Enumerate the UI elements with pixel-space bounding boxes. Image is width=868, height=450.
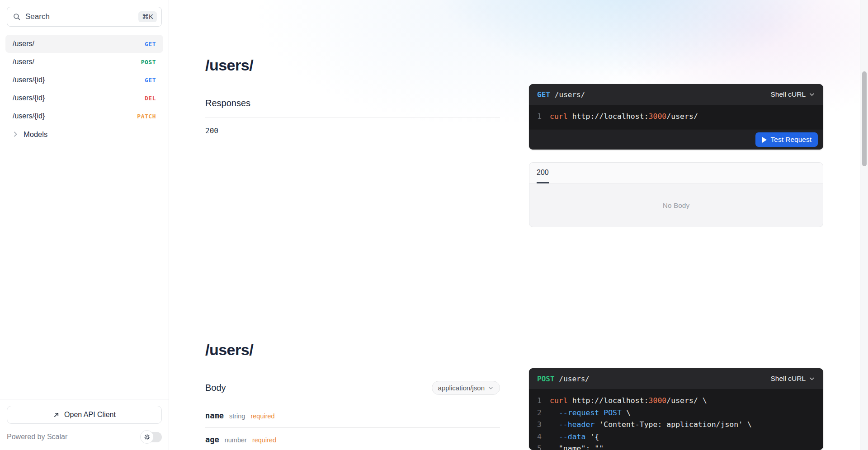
path-label: /users/ xyxy=(559,375,590,383)
models-label: Models xyxy=(24,130,47,139)
method-badge: PATCH xyxy=(137,113,156,120)
open-api-client-button[interactable]: Open API Client xyxy=(7,406,162,424)
endpoint-path: /users/{id} xyxy=(13,112,45,120)
search-shortcut-badge: ⌘K xyxy=(138,11,157,22)
response-code-200: 200 xyxy=(205,127,218,135)
code-line: 1curl http://localhost:3000/users/ xyxy=(537,111,815,123)
section-divider xyxy=(180,284,850,284)
code-snippet[interactable]: 1curl http://localhost:3000/users/ xyxy=(529,105,823,130)
code-line: 3 --header 'Content-Type: application/js… xyxy=(537,419,815,431)
method-badge: DEL xyxy=(145,95,156,102)
response-empty-text: No Body xyxy=(529,184,823,227)
vertical-scrollbar[interactable] xyxy=(860,0,868,450)
body-heading: Body xyxy=(205,383,226,393)
chevron-down-icon xyxy=(809,375,815,382)
language-selector[interactable]: Shell cURL xyxy=(770,375,815,383)
sidebar: Search ⌘K /users/ GET /users/ POST /user… xyxy=(0,0,169,450)
get-example-card: GET /users/ Shell cURL 1curl http://loca… xyxy=(529,84,823,150)
responses-heading: Responses xyxy=(205,98,250,108)
search-placeholder: Search xyxy=(25,12,50,21)
path-label: /users/ xyxy=(555,90,585,99)
divider xyxy=(205,405,500,405)
external-arrow-icon xyxy=(53,412,60,418)
main-content: /users/ Responses 200 GET /users/ Shell … xyxy=(169,0,868,450)
content-type-label: application/json xyxy=(438,384,485,392)
tab-200[interactable]: 200 xyxy=(537,163,549,183)
field-name-label: age xyxy=(205,435,219,444)
method-badge: POST xyxy=(141,59,156,66)
theme-toggle[interactable] xyxy=(140,430,162,444)
code-line: 2 --request POST \ xyxy=(537,407,815,419)
play-icon xyxy=(762,137,767,143)
field-required-label: required xyxy=(252,436,276,444)
method-label: GET xyxy=(537,90,550,99)
language-label: Shell cURL xyxy=(770,375,806,383)
powered-by-scalar-link[interactable]: Powered by Scalar xyxy=(7,433,67,441)
post-example-header: POST /users/ Shell cURL xyxy=(529,368,823,389)
field-type-label: string xyxy=(229,412,245,420)
search-input[interactable]: Search ⌘K xyxy=(7,7,162,27)
endpoint-path: /users/ xyxy=(13,58,34,66)
sidebar-item-users-post[interactable]: /users/ POST xyxy=(5,53,163,71)
response-tabs: 200 xyxy=(529,163,823,184)
method-label: POST xyxy=(537,375,555,383)
language-label: Shell cURL xyxy=(770,90,806,98)
language-selector[interactable]: Shell cURL xyxy=(770,90,815,98)
post-example-card: POST /users/ Shell cURL 1curl http://loc… xyxy=(529,368,823,450)
field-required-label: required xyxy=(250,412,274,420)
endpoint-path: /users/{id} xyxy=(13,94,45,102)
sidebar-item-users-id-patch[interactable]: /users/{id} PATCH xyxy=(5,107,163,125)
content-type-selector[interactable]: application/json xyxy=(432,381,500,395)
schema-field-age: age number required xyxy=(205,435,500,444)
scrollbar-thumb[interactable] xyxy=(862,71,867,166)
sun-icon xyxy=(140,430,154,444)
method-badge: GET xyxy=(145,77,156,84)
endpoint-list: /users/ GET /users/ POST /users/{id} GET… xyxy=(0,27,169,143)
get-example-footer: Test Request xyxy=(529,130,823,150)
chevron-right-icon xyxy=(12,131,19,138)
test-request-label: Test Request xyxy=(771,136,811,144)
divider xyxy=(205,427,500,428)
open-api-client-label: Open API Client xyxy=(64,411,116,419)
endpoint-path: /users/{id} xyxy=(13,76,45,84)
page-title-post-users: /users/ xyxy=(205,341,253,359)
chevron-down-icon xyxy=(809,91,815,98)
page-title-get-users: /users/ xyxy=(205,56,253,74)
response-panel: 200 No Body xyxy=(529,162,823,227)
sidebar-footer: Open API Client xyxy=(0,399,169,424)
code-line: 4 --data '{ xyxy=(537,431,815,443)
method-badge: GET xyxy=(145,41,156,47)
chevron-down-icon xyxy=(488,385,494,391)
sidebar-item-users-id-get[interactable]: /users/{id} GET xyxy=(5,71,163,89)
field-type-label: number xyxy=(225,436,247,444)
sidebar-item-users-get[interactable]: /users/ GET xyxy=(5,35,163,53)
field-name-label: name xyxy=(205,411,224,420)
code-line: 5 "name": "" xyxy=(537,443,815,450)
divider xyxy=(205,117,500,117)
get-example-header: GET /users/ Shell cURL xyxy=(529,84,823,105)
endpoint-path: /users/ xyxy=(13,40,34,48)
sidebar-item-users-id-del[interactable]: /users/{id} DEL xyxy=(5,89,163,107)
code-line: 1curl http://localhost:3000/users/ \ xyxy=(537,395,815,407)
test-request-button[interactable]: Test Request xyxy=(755,132,818,147)
code-snippet[interactable]: 1curl http://localhost:3000/users/ \2 --… xyxy=(529,389,823,450)
sidebar-item-models[interactable]: Models xyxy=(5,125,163,143)
search-icon xyxy=(13,13,21,21)
schema-field-name: name string required xyxy=(205,411,500,420)
